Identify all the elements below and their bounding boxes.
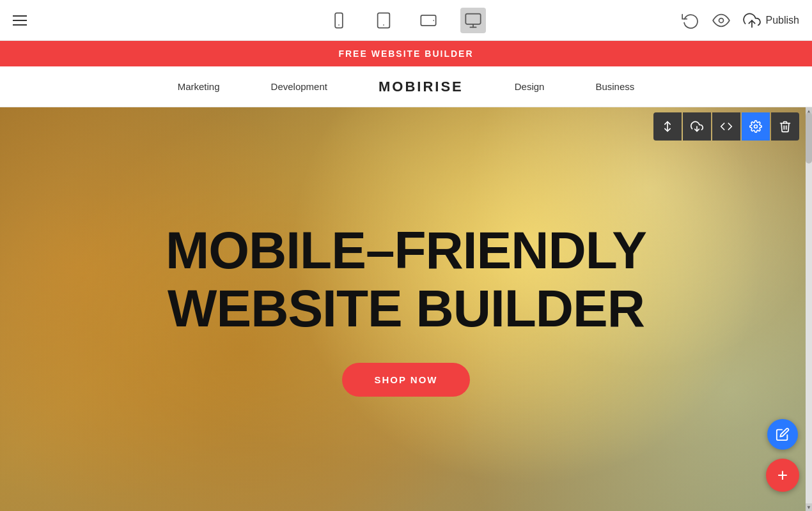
svg-point-9 (719, 18, 723, 22)
hero-content: MOBILE–FRIENDLY WEBSITE BUILDER SHOP NOW (0, 107, 812, 511)
add-block-fab-button[interactable]: + (766, 459, 799, 492)
hero-title-line1: MOBILE–FRIENDLY (166, 221, 646, 279)
block-toolbar (653, 112, 799, 141)
menu-button[interactable] (13, 15, 27, 26)
site-logo: MOBIRISE (379, 79, 464, 95)
promo-banner: FREE WEBSITE BUILDER (0, 41, 812, 66)
hero-title: MOBILE–FRIENDLY WEBSITE BUILDER (166, 222, 646, 337)
top-toolbar: Publish (0, 0, 812, 41)
publish-button[interactable]: Publish (743, 11, 799, 29)
hero-title-line2: WEBSITE BUILDER (168, 279, 644, 337)
toolbar-actions: Publish (682, 11, 799, 29)
preview-button[interactable] (712, 11, 730, 29)
save-block-button[interactable] (683, 112, 711, 141)
edit-fab-button[interactable] (767, 419, 798, 450)
promo-banner-text: FREE WEBSITE BUILDER (338, 49, 473, 59)
nav-item-development[interactable]: Development (271, 81, 327, 92)
desktop-view-button[interactable] (460, 8, 486, 33)
nav-item-business[interactable]: Business (595, 81, 634, 92)
nav-item-design[interactable]: Design (515, 81, 545, 92)
plus-icon: + (777, 466, 788, 484)
svg-rect-2 (378, 13, 390, 27)
shop-now-button[interactable]: SHOP NOW (342, 363, 469, 397)
hero-section: MOBILE–FRIENDLY WEBSITE BUILDER SHOP NOW (0, 107, 812, 511)
delete-block-button[interactable] (771, 112, 799, 141)
publish-label: Publish (766, 15, 799, 26)
undo-button[interactable] (682, 11, 699, 29)
nav-item-marketing[interactable]: Marketing (178, 81, 220, 92)
site-nav: Marketing Development MOBIRISE Design Bu… (0, 66, 812, 107)
device-switcher (326, 8, 486, 33)
svg-rect-0 (335, 13, 343, 27)
tablet-view-button[interactable] (371, 8, 396, 33)
mobile-view-button[interactable] (326, 8, 352, 33)
edit-code-button[interactable] (712, 112, 740, 141)
tablet-landscape-view-button[interactable] (416, 8, 441, 33)
svg-point-13 (754, 125, 758, 128)
scroll-down-button[interactable]: ▼ (806, 503, 812, 511)
fab-container: + (766, 419, 799, 492)
scrollbar[interactable]: ▲ ▼ (806, 107, 812, 511)
block-settings-button[interactable] (742, 112, 770, 141)
svg-rect-6 (465, 13, 480, 24)
scrollbar-thumb[interactable] (806, 112, 812, 164)
move-block-button[interactable] (653, 112, 682, 141)
